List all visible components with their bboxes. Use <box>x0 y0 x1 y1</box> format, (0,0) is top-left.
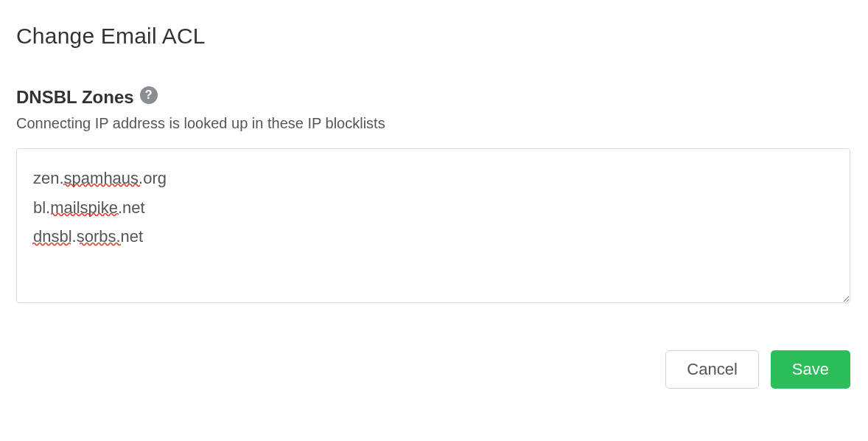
save-button[interactable]: Save <box>771 350 850 389</box>
dnsbl-zones-description: Connecting IP address is looked up in th… <box>16 115 852 132</box>
dnsbl-zones-label: DNSBL Zones <box>16 87 134 108</box>
change-email-acl-panel: Change Email ACL DNSBL Zones ? Connectin… <box>0 0 868 405</box>
help-icon[interactable]: ? <box>140 86 158 104</box>
cancel-button[interactable]: Cancel <box>665 350 758 389</box>
dnsbl-zones-field-wrap <box>16 148 850 306</box>
dnsbl-zones-textarea[interactable] <box>16 148 850 303</box>
page-title: Change Email ACL <box>16 24 852 49</box>
section-header: DNSBL Zones ? <box>16 87 852 108</box>
button-row: Cancel Save <box>16 350 850 389</box>
